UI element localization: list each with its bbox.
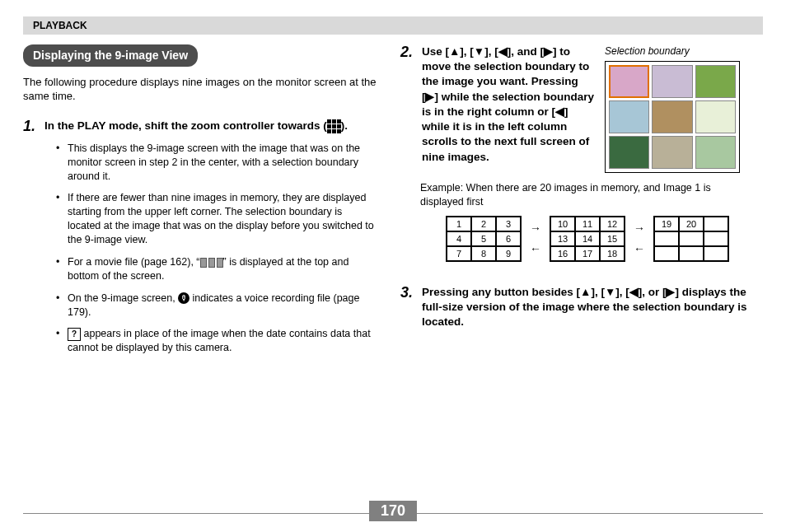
bullet-1: This displays the 9-image screen with th… xyxy=(56,142,377,184)
grid-cell: 5 xyxy=(471,231,496,246)
grid-cell xyxy=(704,246,728,261)
grid-cell xyxy=(704,217,728,231)
step-1-text-b: ). xyxy=(341,119,348,132)
intro-text: The following procedure displays nine im… xyxy=(23,75,377,104)
film-icon xyxy=(200,258,223,268)
arrow-right-icon: → xyxy=(634,221,645,236)
arrow-left-icon: ← xyxy=(634,241,645,257)
selection-boundary-caption: Selection boundary xyxy=(605,44,740,58)
grid-cell: 13 xyxy=(550,231,575,246)
grid-cell: 2 xyxy=(471,217,496,231)
bullet-5b: appears in place of the image when the d… xyxy=(68,328,371,353)
thumbnail-6 xyxy=(695,100,736,133)
thumbnail-3 xyxy=(695,65,736,98)
arrow-pair-1: → ← xyxy=(530,221,541,257)
bullet-3a: For a movie file (page 162), “ xyxy=(68,256,200,268)
step-1: 1. In the PLAY mode, shift the zoom cont… xyxy=(23,119,377,135)
grid-2: 101112131415161718 xyxy=(550,216,625,262)
bullet-2: If there are fewer than nine images in m… xyxy=(56,191,377,247)
step-1-bullets: This displays the 9-image screen with th… xyxy=(56,142,377,355)
right-column: 2. Use [▲], [▼], [◀], and [▶] to move th… xyxy=(400,44,755,363)
grid-cell: 15 xyxy=(600,231,625,246)
grid-cell: 12 xyxy=(600,217,625,231)
grid-cell: 14 xyxy=(575,231,600,246)
grid-cell xyxy=(704,231,728,246)
bullet-4a: On the 9-image screen, xyxy=(68,292,178,304)
grid-cell: 10 xyxy=(550,217,575,231)
step-1-text: In the PLAY mode, shift the zoom control… xyxy=(44,119,348,135)
grid-cell: 9 xyxy=(496,246,521,261)
step-3: 3. Pressing any button besides [▲], [▼],… xyxy=(400,285,755,330)
grid-cell: 19 xyxy=(654,217,679,231)
grid-cell: 18 xyxy=(600,246,625,261)
microphone-icon: 🎙 xyxy=(178,292,189,304)
bullet-3: For a movie file (page 162), “” is displ… xyxy=(56,255,377,283)
grid-cell: 8 xyxy=(471,246,496,261)
left-column: Displaying the 9-image View The followin… xyxy=(23,44,377,363)
step-3-number: 3. xyxy=(400,285,417,330)
step-1-text-a: In the PLAY mode, shift the zoom control… xyxy=(44,119,327,132)
question-box-icon: ? xyxy=(68,328,81,341)
footer: 170 xyxy=(23,513,763,514)
grid-cell: 1 xyxy=(447,217,471,231)
thumbnail-1 xyxy=(609,65,649,98)
arrow-right-icon: → xyxy=(530,221,541,236)
section-title: Displaying the 9-image View xyxy=(23,44,198,67)
grid-cell xyxy=(654,231,679,246)
header-bar: PLAYBACK xyxy=(23,16,763,35)
grid-cell xyxy=(679,246,704,261)
thumbnail-2 xyxy=(652,65,692,98)
thumbnail-7 xyxy=(609,136,649,169)
step-2-text: Use [▲], [▼], [◀], and [▶] to move the s… xyxy=(422,44,595,173)
arrow-left-icon: ← xyxy=(530,241,541,257)
grid-cell: 17 xyxy=(575,246,600,261)
thumbnail-4 xyxy=(609,100,649,133)
grid-cell: 7 xyxy=(447,246,471,261)
example-grids: 123456789 → ← 101112131415161718 → ← 192… xyxy=(420,216,755,262)
example-text: Example: When there are 20 images in mem… xyxy=(420,181,755,209)
grid-cell: 20 xyxy=(679,217,704,231)
bullet-4: On the 9-image screen, 🎙 indicates a voi… xyxy=(56,292,377,320)
thumbnail-preview xyxy=(605,61,740,173)
grid-cell: 11 xyxy=(575,217,600,231)
bullet-5: ? appears in place of the image when the… xyxy=(56,327,377,355)
grid-cell xyxy=(679,231,704,246)
grid-1: 123456789 xyxy=(446,216,522,262)
step-3-text: Pressing any button besides [▲], [▼], [◀… xyxy=(422,285,755,330)
grid-cell xyxy=(654,246,679,261)
grid-3: 1920 xyxy=(653,216,729,262)
thumbnail-5 xyxy=(652,100,692,133)
step-2-number: 2. xyxy=(400,44,417,173)
grid-cell: 6 xyxy=(496,231,521,246)
step-1-number: 1. xyxy=(23,119,40,135)
thumbnail-8 xyxy=(652,136,692,169)
nine-grid-icon xyxy=(327,119,341,133)
grid-cell: 16 xyxy=(550,246,575,261)
grid-cell: 3 xyxy=(496,217,521,231)
page-number: 170 xyxy=(369,501,417,521)
thumbnail-9 xyxy=(695,136,736,169)
arrow-pair-2: → ← xyxy=(634,221,645,257)
grid-cell: 4 xyxy=(447,231,471,246)
